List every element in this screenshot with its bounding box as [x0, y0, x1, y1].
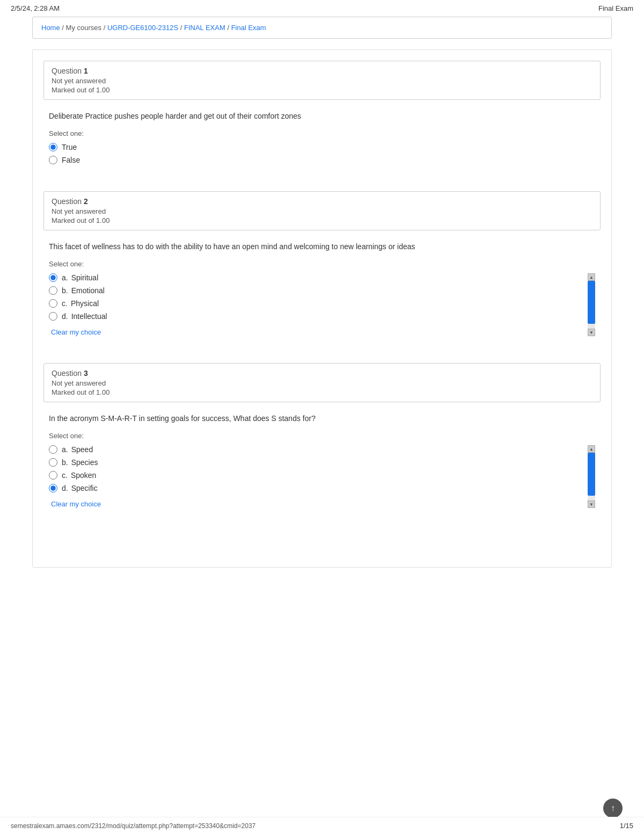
question-3-opttext-a: Speed — [71, 445, 93, 454]
question-2-radio-d[interactable] — [49, 312, 57, 321]
question-3-scroll-up[interactable]: ▲ — [588, 445, 595, 453]
question-1-option-false[interactable]: False — [49, 156, 595, 164]
question-2-marks: Marked out of 1.00 — [52, 216, 592, 224]
question-3-status: Not yet answered — [52, 379, 592, 387]
breadcrumb-sep4: / — [227, 24, 231, 32]
question-1-status: Not yet answered — [52, 77, 592, 85]
question-3-option-b[interactable]: b. Species — [49, 458, 582, 467]
question-2-options-list: a. Spiritual b. Emotional c. Physical d.… — [49, 273, 582, 336]
up-arrow-icon: ↑ — [611, 803, 615, 813]
question-1-radio-false[interactable] — [49, 156, 57, 164]
question-2-scroll-thumb — [588, 281, 595, 324]
question-2-optlabel-d: d. — [62, 312, 68, 321]
question-1-radio-true[interactable] — [49, 143, 57, 151]
question-2-header: Question 2 Not yet answered Marked out o… — [43, 191, 601, 230]
question-2-optlabel-b: b. — [62, 286, 68, 295]
question-3-option-c[interactable]: c. Spoken — [49, 471, 582, 480]
scroll-to-top-button[interactable]: ↑ — [603, 799, 623, 818]
question-3-option-d[interactable]: d. Specific — [49, 484, 582, 492]
question-2-select-label: Select one: — [49, 260, 595, 268]
question-1-text: Deliberate Practice pushes people harder… — [49, 111, 595, 122]
question-2-number: 2 — [84, 197, 88, 206]
question-2-option-c[interactable]: c. Physical — [49, 299, 582, 308]
question-3-optlabel-b: b. — [62, 458, 68, 467]
main-content: Question 1 Not yet answered Marked out o… — [32, 49, 612, 568]
question-3-opttext-c: Spoken — [71, 471, 96, 480]
question-1-label-false: False — [62, 156, 80, 164]
question-3-scroll-down[interactable]: ▼ — [588, 501, 595, 508]
question-2-option-b[interactable]: b. Emotional — [49, 286, 582, 295]
question-3-opttext-b: Species — [71, 458, 98, 467]
question-3-radio-c[interactable] — [49, 471, 57, 480]
breadcrumb-finalexam-link[interactable]: FINAL EXAM — [184, 24, 225, 32]
question-2-scrollbar[interactable]: ▲ ▼ — [588, 273, 595, 336]
question-2-radio-a[interactable] — [49, 273, 57, 282]
breadcrumb-sep3: / — [180, 24, 184, 32]
question-2-opttext-b: Emotional — [71, 286, 105, 295]
question-3-clear[interactable]: Clear my choice — [51, 500, 101, 508]
bottom-bar: semestralexam.amaes.com/2312/mod/quiz/at… — [0, 817, 644, 834]
question-1-select-label: Select one: — [49, 129, 595, 137]
question-3-select-label: Select one: — [49, 432, 595, 440]
question-3-body: In the acronym S-M-A-R-T in setting goal… — [43, 413, 601, 508]
question-3-optlabel-c: c. — [62, 471, 68, 480]
question-3-options-list: a. Speed b. Species c. Spoken d. Specifi… — [49, 445, 582, 508]
question-3-optlabel-d: d. — [62, 484, 68, 492]
question-3-label: Question 3 — [52, 369, 592, 378]
question-3-scroll-track — [588, 453, 595, 501]
timestamp: 2/5/24, 2:28 AM — [11, 4, 60, 12]
question-2-radio-b[interactable] — [49, 286, 57, 295]
question-1-number: 1 — [84, 67, 88, 75]
breadcrumb-finalexam[interactable]: Final Exam — [231, 24, 266, 32]
page-number: 1/15 — [620, 822, 633, 830]
breadcrumb: Home / My courses / UGRD-GE6100-2312S / … — [32, 17, 612, 39]
question-1-header: Question 1 Not yet answered Marked out o… — [43, 61, 601, 100]
bottom-url: semestralexam.amaes.com/2312/mod/quiz/at… — [11, 822, 255, 830]
question-3-number: 3 — [84, 369, 88, 378]
question-2-scroll-up[interactable]: ▲ — [588, 273, 595, 281]
question-2-status: Not yet answered — [52, 207, 592, 215]
question-3-text: In the acronym S-M-A-R-T in setting goal… — [49, 413, 595, 424]
question-3-opttext-d: Specific — [71, 484, 98, 492]
breadcrumb-home[interactable]: Home — [41, 24, 60, 32]
page-title: Final Exam — [598, 4, 633, 12]
question-2-options-container: a. Spiritual b. Emotional c. Physical d.… — [49, 273, 595, 336]
question-2-scroll-track — [588, 281, 595, 329]
question-2-opttext-d: Intellectual — [71, 312, 107, 321]
question-1-option-true[interactable]: True — [49, 143, 595, 151]
question-1-label-true: True — [62, 143, 77, 151]
question-2-optlabel-a: a. — [62, 273, 68, 282]
breadcrumb-sep2: / — [104, 24, 107, 32]
question-3-scroll-thumb — [588, 453, 595, 496]
question-3-options-container: a. Speed b. Species c. Spoken d. Specifi… — [49, 445, 595, 508]
question-2-clear[interactable]: Clear my choice — [51, 328, 101, 336]
question-3-marks: Marked out of 1.00 — [52, 388, 592, 396]
top-bar: 2/5/24, 2:28 AM Final Exam — [0, 0, 644, 17]
question-3-header: Question 3 Not yet answered Marked out o… — [43, 363, 601, 402]
question-3-option-a[interactable]: a. Speed — [49, 445, 582, 454]
question-2-opttext-c: Physical — [71, 299, 99, 308]
question-1-label: Question 1 — [52, 67, 592, 75]
question-3-optlabel-a: a. — [62, 445, 68, 454]
question-2-label: Question 2 — [52, 197, 592, 206]
question-3-radio-b[interactable] — [49, 458, 57, 467]
question-2-option-a[interactable]: a. Spiritual — [49, 273, 582, 282]
question-3-scrollbar[interactable]: ▲ ▼ — [588, 445, 595, 508]
question-2-scroll-down[interactable]: ▼ — [588, 329, 595, 336]
question-3-radio-d[interactable] — [49, 484, 57, 492]
question-2-optlabel-c: c. — [62, 299, 68, 308]
question-2-body: This facet of wellness has to do with th… — [43, 241, 601, 336]
question-2-radio-c[interactable] — [49, 299, 57, 308]
breadcrumb-sep1: / — [62, 24, 65, 32]
breadcrumb-mycourses: My courses — [66, 24, 101, 32]
question-1-body: Deliberate Practice pushes people harder… — [43, 111, 601, 164]
question-1-marks: Marked out of 1.00 — [52, 86, 592, 94]
breadcrumb-course[interactable]: UGRD-GE6100-2312S — [107, 24, 178, 32]
question-3-radio-a[interactable] — [49, 445, 57, 454]
question-2-opttext-a: Spiritual — [71, 273, 99, 282]
question-2-text: This facet of wellness has to do with th… — [49, 241, 595, 252]
question-2-option-d[interactable]: d. Intellectual — [49, 312, 582, 321]
